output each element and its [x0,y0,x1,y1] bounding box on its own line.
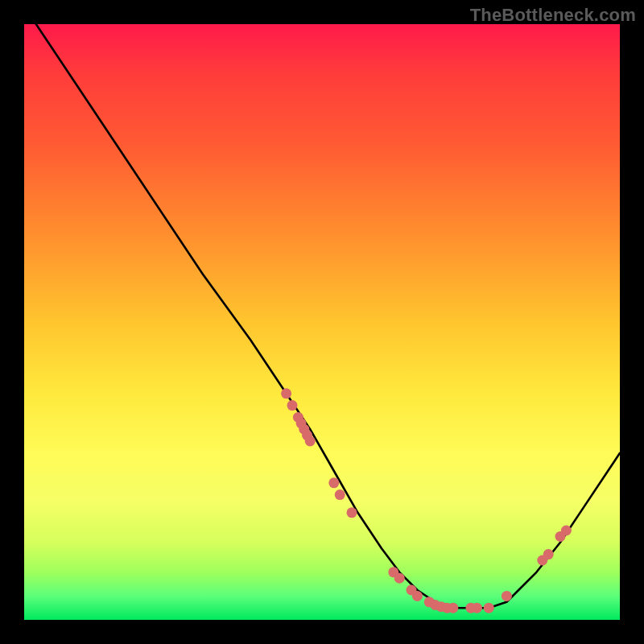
watermark-text: TheBottleneck.com [470,5,636,26]
scatter-dot [561,526,572,536]
scatter-dot [305,436,316,447]
chart-svg [24,24,620,620]
chart-stage: TheBottleneck.com [0,0,644,644]
scatter-dot [448,603,458,613]
plot-area [24,24,620,620]
scatter-dot [502,591,512,601]
scatter-dot [328,477,339,488]
scatter-dot [543,549,554,559]
scatter-dot [394,573,405,584]
scatter-dot [281,388,291,398]
bottleneck-curve [36,24,620,608]
scatter-dot [484,603,494,613]
scatter-dot [412,591,423,601]
scatter-dot [335,489,345,500]
scatter-dot [347,507,357,518]
scatter-dot [287,400,298,411]
scatter-dot [472,603,482,613]
